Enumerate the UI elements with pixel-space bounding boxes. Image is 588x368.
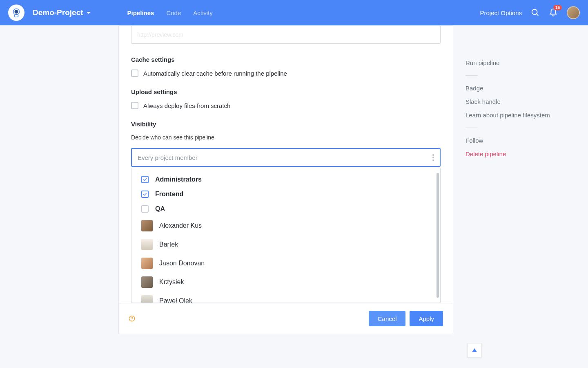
user-avatar-icon xyxy=(141,258,153,269)
notifications-badge: 16 xyxy=(553,5,562,10)
settings-card: http://preview.com Cache settings Automa… xyxy=(118,25,453,334)
user-label: Jason Donovan xyxy=(159,260,205,267)
visibility-select[interactable]: Every project member xyxy=(131,148,441,167)
user-label: Alexander Kus xyxy=(159,222,202,229)
checkbox-checked-icon xyxy=(141,191,149,198)
help-icon[interactable] xyxy=(129,315,135,322)
search-icon[interactable] xyxy=(531,8,540,17)
divider xyxy=(466,128,478,128)
cache-clear-label: Automatically clear cache before running… xyxy=(143,70,287,77)
user-avatar-icon xyxy=(141,276,153,288)
tab-activity[interactable]: Activity xyxy=(193,9,213,16)
divider xyxy=(466,75,478,76)
upload-settings-title: Upload settings xyxy=(131,88,441,95)
user-avatar[interactable] xyxy=(567,6,580,19)
kebab-icon[interactable] xyxy=(432,154,434,161)
svg-point-3 xyxy=(532,9,537,15)
sidebar-delete-pipeline[interactable]: Delete pipeline xyxy=(466,147,568,161)
scroll-top-button[interactable] xyxy=(467,343,482,350)
project-name-label: Demo-Project xyxy=(33,8,83,17)
user-avatar-icon xyxy=(141,239,153,250)
scrollbar[interactable] xyxy=(437,173,439,298)
visibility-group-option[interactable]: QA xyxy=(131,202,440,216)
visibility-title: Visibility xyxy=(131,121,441,128)
deploy-scratch-option[interactable]: Always deploy files from scratch xyxy=(131,102,441,109)
group-label: QA xyxy=(155,205,165,213)
cache-settings-title: Cache settings xyxy=(131,56,441,63)
deploy-scratch-label: Always deploy files from scratch xyxy=(143,102,230,109)
top-header: Demo-Project Pipelines Code Activity Pro… xyxy=(0,0,588,25)
sidebar-badge[interactable]: Badge xyxy=(466,81,568,95)
user-avatar-icon xyxy=(141,220,153,231)
cancel-button[interactable]: Cancel xyxy=(369,311,406,326)
visibility-user-option[interactable]: Paweł Olek xyxy=(131,292,440,303)
preview-url-input[interactable]: http://preview.com xyxy=(131,26,441,44)
visibility-placeholder: Every project member xyxy=(138,154,198,161)
sidebar-follow[interactable]: Follow xyxy=(466,134,568,147)
chevron-down-icon xyxy=(87,12,91,14)
checkbox-checked-icon xyxy=(141,176,149,183)
apply-button[interactable]: Apply xyxy=(410,311,443,326)
notifications-icon[interactable]: 16 xyxy=(549,8,558,17)
svg-point-6 xyxy=(132,320,132,321)
checkbox-icon xyxy=(131,70,138,77)
visibility-description: Decide who can see this pipeline xyxy=(131,134,441,141)
visibility-user-option[interactable]: Jason Donovan xyxy=(131,254,440,273)
visibility-group-option[interactable]: Administrators xyxy=(131,172,440,187)
visibility-user-option[interactable]: Krzysiek xyxy=(131,273,440,292)
user-label: Bartek xyxy=(159,241,178,248)
app-logo[interactable] xyxy=(8,4,24,21)
preview-url-placeholder: http://preview.com xyxy=(137,31,183,38)
card-footer: Cancel Apply xyxy=(119,303,453,334)
sidebar-slack[interactable]: Slack handle xyxy=(466,95,568,108)
group-label: Frontend xyxy=(155,191,183,198)
svg-rect-2 xyxy=(15,15,18,17)
visibility-user-option[interactable]: Alexander Kus xyxy=(131,216,440,235)
tab-code[interactable]: Code xyxy=(166,9,181,16)
astronaut-icon xyxy=(10,7,22,19)
visibility-user-option[interactable]: Bartek xyxy=(131,235,440,254)
sidebar: Run pipeline Badge Slack handle Learn ab… xyxy=(466,25,568,334)
project-options-link[interactable]: Project Options xyxy=(480,9,522,16)
user-label: Paweł Olek xyxy=(159,297,192,303)
nav-tabs: Pipelines Code Activity xyxy=(127,9,213,16)
user-label: Krzysiek xyxy=(159,278,184,286)
user-avatar-icon xyxy=(141,295,153,303)
visibility-group-option[interactable]: Frontend xyxy=(131,187,440,202)
project-switcher[interactable]: Demo-Project xyxy=(33,8,91,17)
tab-pipelines[interactable]: Pipelines xyxy=(127,9,154,16)
cache-clear-option[interactable]: Automatically clear cache before running… xyxy=(131,70,441,77)
svg-line-4 xyxy=(537,14,539,16)
sidebar-run-pipeline[interactable]: Run pipeline xyxy=(466,56,568,70)
group-label: Administrators xyxy=(155,176,202,183)
checkbox-icon xyxy=(131,102,138,109)
checkbox-icon xyxy=(141,205,149,213)
sidebar-learn-filesystem[interactable]: Learn about pipeline filesystem xyxy=(466,108,568,122)
svg-point-1 xyxy=(15,10,18,13)
visibility-dropdown-list: AdministratorsFrontendQAAlexander KusBar… xyxy=(131,168,441,303)
